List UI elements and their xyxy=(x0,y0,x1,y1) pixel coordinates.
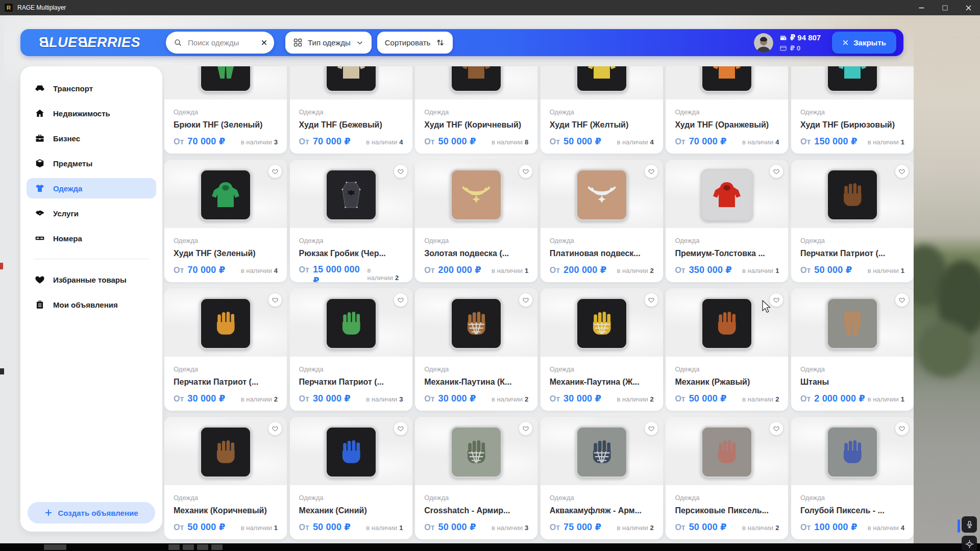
favorite-button[interactable] xyxy=(770,165,783,178)
stock-count: 2 xyxy=(650,524,654,532)
stock-info: в наличии1 xyxy=(868,267,904,274)
sidebar-item-clothes[interactable]: Одежда xyxy=(27,178,156,198)
chevron-down-icon xyxy=(356,39,364,47)
heart-icon xyxy=(773,296,780,304)
favorite-button[interactable] xyxy=(895,293,909,307)
product-card[interactable]: ОдеждаБрюки THF (Зеленый)От70 000 ₽в нал… xyxy=(164,66,287,154)
search-box[interactable] xyxy=(166,32,274,54)
product-card[interactable]: ОдеждаМеханик (Коричневый)От50 000 ₽в на… xyxy=(164,417,287,539)
stock-count: 4 xyxy=(399,138,403,146)
favorite-button[interactable] xyxy=(394,422,407,435)
favorite-button[interactable] xyxy=(770,293,783,307)
favorite-button[interactable] xyxy=(268,422,282,435)
product-card[interactable]: ОдеждаМеханик (Ржавый)От50 000 ₽в наличи… xyxy=(666,288,788,411)
favorite-button[interactable] xyxy=(268,165,282,178)
favorite-button[interactable] xyxy=(645,165,658,178)
sidebar-item-realty[interactable]: Недвижимость xyxy=(27,103,156,123)
product-category: Одежда xyxy=(800,494,904,502)
product-price: 30 000 ₽ xyxy=(313,393,351,404)
product-card[interactable]: ОдеждаАквакамуфляж - Арм...От75 000 ₽в н… xyxy=(541,417,663,539)
price-prefix: От xyxy=(424,394,434,404)
sidebar-item-plates[interactable]: Номера xyxy=(27,228,156,248)
favorite-button[interactable] xyxy=(645,293,658,307)
stock-info: в наличии1 xyxy=(868,138,904,146)
product-thumbnail-tile xyxy=(576,297,628,349)
product-card[interactable]: ОдеждаМеханик (Синий)От50 000 ₽в наличии… xyxy=(290,417,412,539)
favorite-button[interactable] xyxy=(394,165,407,178)
product-thumbnail-tile xyxy=(325,66,377,92)
product-thumbnail-tile xyxy=(826,66,878,92)
close-button[interactable]: Закрыть xyxy=(832,32,896,54)
product-price: 50 000 ₽ xyxy=(564,136,601,147)
product-card[interactable]: ОдеждаМеханик-Паутина (К...От30 000 ₽в н… xyxy=(415,288,537,411)
product-card[interactable]: ОдеждаХуди THF (Оранжевый)От70 000 ₽в на… xyxy=(666,66,788,154)
product-card[interactable]: ОдеждаПерчатки Патриот (...От50 000 ₽в н… xyxy=(791,160,914,282)
close-icon xyxy=(842,39,849,46)
sidebar-item-favorites[interactable]: Избранные товары xyxy=(27,269,156,290)
product-card[interactable]: ОдеждаХуди THF (Коричневый)От50 000 ₽в н… xyxy=(415,66,537,154)
search-input[interactable] xyxy=(187,38,260,47)
minimize-button[interactable] xyxy=(910,0,933,15)
product-image xyxy=(541,288,663,357)
bank-balance: ₽ 0 xyxy=(790,44,801,52)
product-card[interactable]: ОдеждаГолубой Пиксель - ...От100 000 ₽в … xyxy=(791,417,914,539)
product-card[interactable]: ОдеждаХуди THF (Зеленый)От70 000 ₽в нали… xyxy=(164,160,287,282)
stock-label: в наличии xyxy=(241,524,272,532)
stock-count: 2 xyxy=(525,395,528,403)
sort-button[interactable]: Сортировать xyxy=(377,32,453,54)
product-category: Одежда xyxy=(174,365,278,373)
product-card[interactable]: ОдеждаПремиум-Толстовка ...От350 000 ₽в … xyxy=(666,160,788,282)
product-card[interactable]: ОдеждаШтаныОт2 000 000 ₽в наличии1 xyxy=(791,288,914,411)
product-info: ОдеждаРюкзак Гробик (Чер...От15 000 000 … xyxy=(290,228,412,282)
maximize-button[interactable] xyxy=(933,0,957,15)
sidebar-item-transport[interactable]: Транспорт xyxy=(27,78,156,98)
product-card[interactable]: ОдеждаПерчатки Патриот (...От30 000 ₽в н… xyxy=(164,288,287,411)
product-card[interactable]: ОдеждаCrosshatch - Армир...От50 000 ₽в н… xyxy=(415,417,537,539)
favorite-button[interactable] xyxy=(645,422,658,435)
sidebar-item-business[interactable]: Бизнес xyxy=(27,128,156,148)
product-info: ОдеждаПерчатки Патриот (...От30 000 ₽в н… xyxy=(164,357,287,404)
create-ad-button[interactable]: Создать объявление xyxy=(28,502,155,523)
product-card[interactable]: ОдеждаПерсиковые Пиксель...От50 000 ₽в н… xyxy=(666,417,788,539)
favorite-button[interactable] xyxy=(519,422,532,435)
stock-info: в наличии2 xyxy=(742,395,779,403)
favorite-button[interactable] xyxy=(770,422,783,435)
stock-label: в наличии xyxy=(492,395,523,403)
type-filter-button[interactable]: Тип одежды xyxy=(285,32,372,54)
product-category: Одежда xyxy=(550,237,654,244)
product-card[interactable]: ОдеждаПлатиновая подвеск...От200 000 ₽в … xyxy=(541,160,663,282)
clear-search-icon[interactable] xyxy=(260,39,268,46)
product-card[interactable]: ОдеждаХуди THF (Бежевый)От70 000 ₽в нали… xyxy=(290,66,412,154)
product-card[interactable]: ОдеждаПерчатки Патриот (...От30 000 ₽в н… xyxy=(290,288,412,411)
product-category: Одежда xyxy=(550,108,654,116)
product-image xyxy=(415,66,537,99)
product-name: Перчатки Патриот (... xyxy=(299,378,403,387)
favorite-button[interactable] xyxy=(895,165,909,178)
favorite-button[interactable] xyxy=(519,293,532,307)
close-window-button[interactable] xyxy=(957,0,980,15)
sidebar-item-items[interactable]: Предметы xyxy=(27,153,156,173)
product-card[interactable]: ОдеждаХуди THF (Бирюзовый)От150 000 ₽в н… xyxy=(791,66,914,154)
favorite-button[interactable] xyxy=(394,293,407,307)
product-card[interactable]: ОдеждаРюкзак Гробик (Чер...От15 000 000 … xyxy=(290,160,412,282)
product-grid-viewport[interactable]: ОдеждаБрюки THF (Зеленый)От70 000 ₽в нал… xyxy=(164,66,914,543)
favorite-button[interactable] xyxy=(268,293,282,307)
favorite-button[interactable] xyxy=(519,165,532,178)
avatar[interactable] xyxy=(754,33,773,53)
stock-count: 1 xyxy=(775,267,779,274)
product-card[interactable]: ОдеждаХуди THF (Желтый)От50 000 ₽в налич… xyxy=(541,66,663,154)
product-name: Брюки THF (Зеленый) xyxy=(174,120,278,130)
favorite-button[interactable] xyxy=(895,422,909,435)
microphone-icon xyxy=(962,516,977,533)
stock-info: в наличии3 xyxy=(366,395,403,403)
product-image xyxy=(290,66,412,99)
sort-label: Сортировать xyxy=(385,38,431,47)
sidebar-item-services[interactable]: Услуги xyxy=(27,203,156,223)
stock-info: в наличии1 xyxy=(868,395,904,403)
product-info: ОдеждаХуди THF (Бежевый)От70 000 ₽в нали… xyxy=(290,99,412,147)
sidebar-item-my-ads[interactable]: Мои объявления xyxy=(27,294,156,315)
stock-label: в наличии xyxy=(742,395,773,403)
sidebar-divider xyxy=(34,259,149,259)
product-card[interactable]: ОдеждаМеханик-Паутина (Ж...От30 000 ₽в н… xyxy=(541,288,663,411)
product-card[interactable]: ОдеждаЗолотая подвеска (...От200 000 ₽в … xyxy=(415,160,537,282)
